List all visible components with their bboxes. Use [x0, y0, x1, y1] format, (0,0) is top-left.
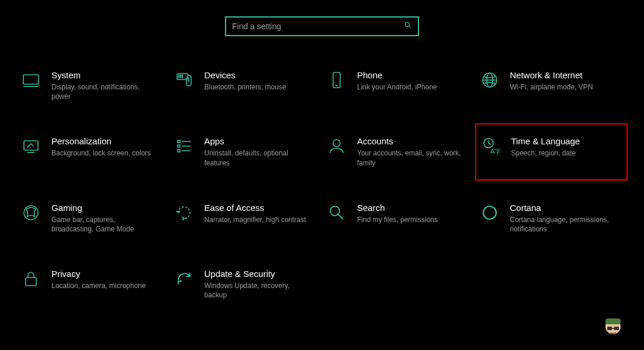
update-icon — [174, 269, 194, 289]
tile-desc: Narrator, magnifier, high contrast — [205, 215, 306, 224]
tile-search[interactable]: Search Find my files, permissions — [322, 198, 475, 238]
svg-rect-37 — [607, 327, 612, 330]
tile-network[interactable]: Network & Internet Wi-Fi, airplane mode,… — [475, 65, 628, 106]
gaming-icon — [21, 203, 41, 223]
svg-point-9 — [180, 77, 181, 77]
svg-line-32 — [338, 214, 343, 219]
tile-update-security[interactable]: Update & Security Windows Update, recove… — [169, 264, 323, 304]
tile-title: Phone — [357, 70, 437, 80]
svg-point-0 — [405, 22, 409, 26]
svg-rect-19 — [178, 140, 180, 143]
svg-point-10 — [182, 77, 182, 77]
tile-desc: Location, camera, microphone — [51, 281, 146, 290]
tile-system[interactable]: System Display, sound, notifications, po… — [16, 65, 169, 106]
tile-desc: Bluetooth, printers, mouse — [205, 82, 286, 92]
tile-privacy[interactable]: Privacy Location, camera, microphone — [16, 264, 169, 304]
tile-title: Cortana — [510, 203, 615, 213]
tile-apps[interactable]: Apps Uninstall, defaults, optional featu… — [169, 131, 323, 172]
svg-rect-39 — [612, 328, 614, 329]
svg-point-25 — [333, 140, 340, 147]
accounts-icon — [327, 136, 347, 156]
personalization-icon — [21, 136, 41, 156]
svg-rect-21 — [178, 145, 180, 147]
svg-point-8 — [178, 77, 179, 77]
search-icon — [404, 21, 412, 32]
tile-desc: Uninstall, defaults, optional features — [205, 148, 310, 167]
apps-icon — [174, 136, 194, 156]
svg-point-7 — [182, 75, 182, 75]
svg-rect-34 — [26, 278, 36, 286]
lock-icon — [21, 269, 41, 289]
svg-rect-23 — [178, 150, 180, 152]
tile-time-language[interactable]: A字 Time & Language Speech, region, date — [475, 123, 628, 180]
tile-personalization[interactable]: Personalization Background, lock screen,… — [16, 131, 169, 172]
svg-rect-2 — [23, 75, 39, 84]
svg-point-31 — [330, 206, 340, 216]
ease-of-access-icon — [174, 203, 194, 223]
magnifier-icon — [327, 203, 347, 223]
svg-text:A字: A字 — [490, 148, 500, 155]
tile-desc: Background, lock screen, colors — [51, 148, 151, 158]
tile-desc: Display, sound, notifications, power — [51, 82, 157, 101]
tile-desc: Windows Update, recovery, backup — [205, 281, 310, 300]
svg-rect-12 — [333, 72, 340, 88]
tile-title: Privacy — [51, 269, 146, 279]
svg-point-6 — [180, 75, 181, 75]
svg-line-28 — [489, 143, 491, 144]
tile-desc: Speech, region, date — [511, 148, 580, 158]
tile-desc: Wi-Fi, airplane mode, VPN — [510, 82, 593, 92]
globe-icon — [480, 70, 500, 90]
tile-title: Personalization — [51, 136, 151, 146]
search-box[interactable] — [225, 16, 419, 36]
system-icon — [21, 70, 41, 90]
tile-desc: Game bar, captures, broadcasting, Game M… — [51, 215, 157, 234]
phone-icon — [327, 70, 347, 90]
devices-icon — [174, 70, 194, 90]
svg-point-33 — [483, 206, 496, 219]
svg-rect-17 — [24, 141, 38, 150]
tile-title: Time & Language — [511, 136, 580, 146]
svg-rect-38 — [614, 327, 619, 330]
tile-ease-of-access[interactable]: Ease of Access Narrator, magnifier, high… — [169, 198, 323, 238]
svg-line-1 — [408, 26, 410, 27]
mascot-image — [598, 314, 628, 343]
tile-accounts[interactable]: Accounts Your accounts, email, sync, wor… — [322, 131, 475, 172]
tile-title: Accounts — [357, 136, 462, 146]
tile-title: Devices — [205, 70, 286, 80]
tile-title: Apps — [205, 136, 310, 146]
tile-title: Network & Internet — [510, 70, 593, 80]
svg-point-5 — [178, 75, 179, 75]
tile-devices[interactable]: Devices Bluetooth, printers, mouse — [169, 65, 323, 106]
tile-title: Update & Security — [205, 269, 310, 279]
tile-desc: Cortana language, permissions, notificat… — [510, 215, 615, 234]
tile-title: Gaming — [51, 203, 157, 213]
tile-gaming[interactable]: Gaming Game bar, captures, broadcasting,… — [16, 198, 169, 238]
time-language-icon: A字 — [481, 136, 501, 156]
tile-phone[interactable]: Phone Link your Android, iPhone — [322, 65, 475, 106]
tile-desc: Find my files, permissions — [357, 215, 438, 224]
tile-title: System — [51, 70, 157, 80]
tile-cortana[interactable]: Cortana Cortana language, permissions, n… — [475, 198, 628, 238]
tile-desc: Link your Android, iPhone — [357, 82, 437, 92]
cortana-icon — [480, 203, 500, 223]
settings-grid: System Display, sound, notifications, po… — [0, 36, 644, 305]
search-input[interactable] — [232, 22, 404, 31]
tile-title: Ease of Access — [205, 203, 306, 213]
tile-desc: Your accounts, email, sync, work, family — [357, 148, 462, 167]
svg-rect-36 — [605, 318, 621, 324]
tile-title: Search — [357, 203, 438, 213]
